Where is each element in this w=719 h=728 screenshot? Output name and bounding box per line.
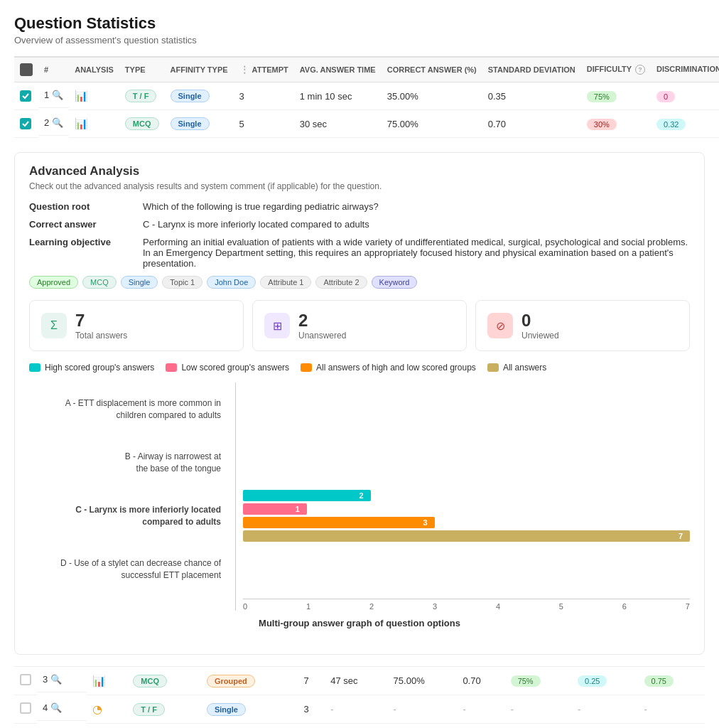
row-discrimination: 0.32 xyxy=(651,110,719,138)
question-root-value: Which of the following is true regarding… xyxy=(143,201,690,212)
row-discrimination: 0 xyxy=(651,82,719,110)
chart-title: Multi-group answer graph of question opt… xyxy=(29,618,690,628)
bar-chart-icon[interactable]: 📊 xyxy=(92,675,106,687)
bottom-table: 3 🔍 📊 MCQ Grouped 7 47 sec 75.00% 0.70 7… xyxy=(14,666,705,724)
tag-topic-1[interactable]: Topic 1 xyxy=(162,276,202,289)
tag-keyword[interactable]: Keyword xyxy=(372,276,418,289)
tag-approved[interactable]: Approved xyxy=(29,276,78,289)
row-checkbox-cell xyxy=(14,110,38,138)
bar-chart-icon[interactable]: 📊 xyxy=(75,117,88,130)
chart-option-label: A - ETT displacement is more common inch… xyxy=(29,382,228,436)
bar: 1 xyxy=(243,503,690,515)
legend-item: All answers of high and low scored group… xyxy=(301,363,476,373)
row-discrimination: - xyxy=(572,695,638,724)
row-correct: 75.00% xyxy=(382,110,482,138)
row-checkbox-cell xyxy=(14,695,37,724)
col-correct: CORRECT ANSWER (%) xyxy=(382,57,482,82)
tag-attribute-1[interactable]: Attribute 1 xyxy=(260,276,311,289)
row-analysis: 📊 xyxy=(69,110,119,138)
question-root-label: Question root xyxy=(29,201,143,212)
table-row: 4 🔍 ◔ T / F Single 3 - - - - - - xyxy=(14,695,705,724)
row-checkbox-cell xyxy=(14,82,38,110)
grid-icon: ⊞ xyxy=(264,313,290,338)
tag-john-doe[interactable]: John Doe xyxy=(207,276,256,289)
advanced-analysis-section: Advanced Analysis Check out the advanced… xyxy=(14,152,705,655)
row-checkbox[interactable] xyxy=(20,118,31,129)
table-row: 2 🔍 📊 MCQ Single 5 30 sec 75.00% 0.70 30… xyxy=(14,110,719,138)
tags-row: ApprovedMCQSingleTopic 1John DoeAttribut… xyxy=(29,276,690,289)
bar: 3 xyxy=(243,517,690,528)
x-axis-label: 1 xyxy=(306,602,310,611)
col-type: TYPE xyxy=(119,57,165,82)
stat-card-grid: ⊞ 2 Unanswered xyxy=(252,300,467,351)
stat-label: Unviewed xyxy=(521,331,559,341)
row-stddev: 0.70 xyxy=(482,110,581,138)
col-stddev: STANDARD DEVIATION xyxy=(482,57,581,82)
bar-value-label: 1 xyxy=(291,505,304,513)
search-icon[interactable]: 🔍 xyxy=(50,674,62,685)
row-avg-time: 47 sec xyxy=(325,667,387,695)
stat-number: 2 xyxy=(298,311,346,331)
bar: 2 xyxy=(243,490,690,501)
stat-number: 7 xyxy=(75,311,127,331)
row-num: 4 🔍 xyxy=(37,695,87,721)
advanced-title: Advanced Analysis xyxy=(29,164,690,178)
row-attempt: 5 xyxy=(234,110,294,138)
select-all-checkbox[interactable] xyxy=(20,63,33,76)
row-correct: 35.00% xyxy=(382,82,482,110)
row-type: MCQ xyxy=(119,110,165,138)
chart-option-label: D - Use of a stylet can decrease chance … xyxy=(29,542,228,596)
legend-item: All answers xyxy=(487,363,546,373)
tag-mcq[interactable]: MCQ xyxy=(82,276,117,289)
tag-attribute-2[interactable]: Attribute 2 xyxy=(315,276,367,289)
stats-cards: Σ 7 Total answers ⊞ 2 Unanswered ⊘ 0 Unv… xyxy=(29,300,690,351)
x-axis-label: 6 xyxy=(622,602,627,611)
row-attempt: 7 xyxy=(298,667,325,695)
x-axis: 01234567 xyxy=(243,599,690,611)
stat-card-sigma: Σ 7 Total answers xyxy=(29,300,244,351)
legend-item: Low scored group's answers xyxy=(166,363,289,373)
row-discrimination: 0.25 xyxy=(572,667,638,695)
sigma-icon: Σ xyxy=(41,313,67,338)
correct-answer-row: Correct answer C - Larynx is more inferi… xyxy=(29,219,690,230)
row-checkbox[interactable] xyxy=(20,674,31,685)
chart-option-label: B - Airway is narrowest atthe base of th… xyxy=(29,436,228,489)
col-num: # xyxy=(38,57,69,82)
row-checkbox-cell xyxy=(14,667,37,695)
row-checkbox[interactable] xyxy=(20,702,31,714)
row-affinity: Single xyxy=(201,695,298,724)
page-subtitle: Overview of assessment's question statis… xyxy=(14,35,705,46)
learning-obj-value: Performing an initial evaluation of pati… xyxy=(143,237,690,269)
row-attempt: 3 xyxy=(234,82,294,110)
bar-chart-icon[interactable]: 📊 xyxy=(75,90,88,102)
stat-label: Unanswered xyxy=(298,331,346,341)
col-discrimination: DISCRIMINATION (-1 - +1) ? xyxy=(651,57,719,82)
search-icon[interactable]: 🔍 xyxy=(50,702,62,713)
row-difficulty: - xyxy=(505,695,572,724)
row-stddev: 0.35 xyxy=(482,82,581,110)
col-avg-time: AVG. ANSWER TIME xyxy=(294,57,382,82)
col-analysis: ANALYSIS xyxy=(69,57,119,82)
difficulty-info-icon[interactable]: ? xyxy=(635,65,645,75)
row-difficulty: 30% xyxy=(581,110,651,138)
bar-value-label: 2 xyxy=(355,491,368,500)
row-affinity: Single xyxy=(165,110,234,138)
row-affinity: Single xyxy=(165,82,234,110)
pending-icon: ◔ xyxy=(92,703,102,715)
row-type: T / F xyxy=(127,695,201,724)
search-icon[interactable]: 🔍 xyxy=(52,117,63,128)
legend-dot xyxy=(29,363,40,372)
advanced-subtitle: Check out the advanced analysis results … xyxy=(29,181,690,191)
row-num: 2 🔍 xyxy=(38,110,69,136)
row-num: 3 🔍 xyxy=(37,667,87,692)
legend-dot xyxy=(166,363,177,372)
tag-single[interactable]: Single xyxy=(121,276,158,289)
search-icon[interactable]: 🔍 xyxy=(52,90,63,100)
row-checkbox[interactable] xyxy=(20,90,31,102)
x-axis-label: 3 xyxy=(433,602,437,611)
x-axis-label: 7 xyxy=(686,602,690,611)
row-avg-time: - xyxy=(325,695,387,724)
row-type: MCQ xyxy=(127,667,201,695)
col-attempt: ⋮ ATTEMPT xyxy=(234,57,294,82)
question-root-row: Question root Which of the following is … xyxy=(29,201,690,212)
